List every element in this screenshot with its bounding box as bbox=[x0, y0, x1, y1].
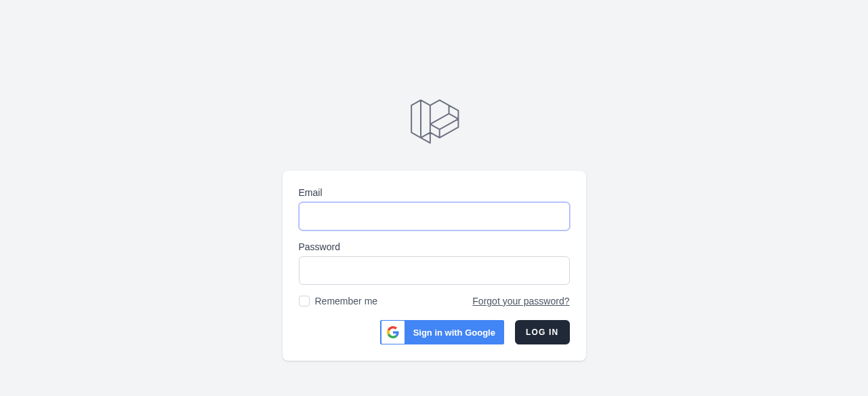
remember-checkbox[interactable] bbox=[299, 296, 310, 306]
google-signin-button[interactable]: Sign in with Google bbox=[380, 320, 504, 344]
email-input[interactable] bbox=[299, 202, 570, 231]
button-row: Sign in with Google LOG IN bbox=[299, 320, 570, 344]
forgot-password-link[interactable]: Forgot your password? bbox=[472, 296, 569, 306]
password-group: Password bbox=[299, 241, 570, 285]
options-row: Remember me Forgot your password? bbox=[299, 296, 570, 306]
google-icon bbox=[387, 326, 399, 338]
remember-label: Remember me bbox=[315, 296, 378, 306]
google-button-label: Sign in with Google bbox=[405, 328, 503, 338]
remember-wrap: Remember me bbox=[299, 296, 378, 306]
login-button[interactable]: LOG IN bbox=[515, 320, 570, 344]
laravel-logo-icon bbox=[407, 95, 461, 149]
google-icon-box bbox=[381, 321, 405, 344]
login-card: Email Password Remember me Forgot your p… bbox=[283, 171, 586, 361]
email-group: Email bbox=[299, 187, 570, 231]
email-label: Email bbox=[299, 187, 570, 198]
logo-container bbox=[407, 95, 461, 152]
password-input[interactable] bbox=[299, 256, 570, 285]
password-label: Password bbox=[299, 241, 570, 252]
